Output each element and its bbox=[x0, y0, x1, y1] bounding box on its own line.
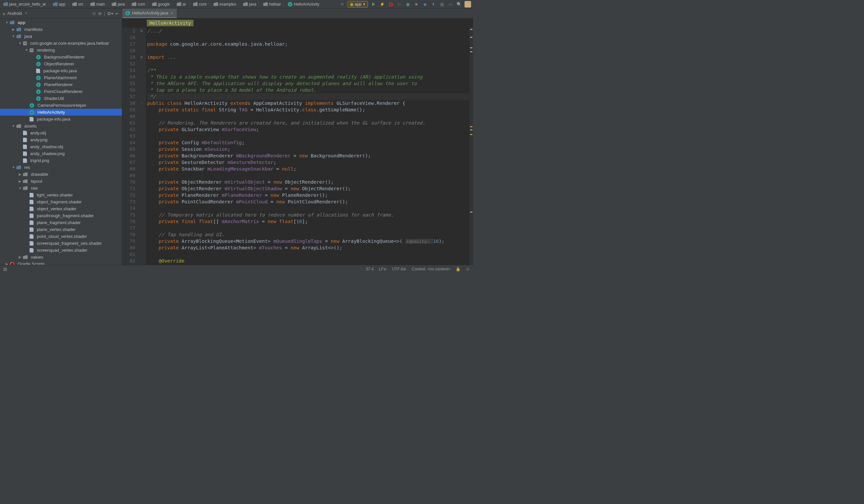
tree-node[interactable]: ▼assets bbox=[0, 122, 122, 130]
toolwindow-icon[interactable]: ▥ bbox=[3, 267, 7, 272]
tree-node[interactable]: cPlaneRenderer bbox=[0, 81, 122, 88]
tree-node[interactable]: package-info.java bbox=[0, 116, 122, 122]
breadcrumb-item[interactable]: cHelloArActivity bbox=[287, 2, 320, 7]
tree-node[interactable]: package-info.java bbox=[0, 67, 122, 74]
tree-node[interactable]: cPlaneAttachment bbox=[0, 74, 122, 81]
expand-arrow[interactable]: ▶ bbox=[12, 27, 15, 31]
expand-arrow[interactable]: ▼ bbox=[25, 48, 28, 52]
tree-node[interactable]: ▶⬢Gradle Scripts bbox=[0, 261, 122, 265]
expand-arrow[interactable]: ▼ bbox=[12, 124, 15, 128]
breadcrumb-item[interactable]: java bbox=[242, 2, 257, 7]
tree-node[interactable]: andy.obj bbox=[0, 130, 122, 136]
tree-node[interactable]: cBackgroundRenderer bbox=[0, 53, 122, 60]
tree-node[interactable]: ▶drawable bbox=[0, 171, 122, 178]
tree-node[interactable]: cCameraPermissionHelper bbox=[0, 102, 122, 109]
tree-node[interactable]: ▶values bbox=[0, 254, 122, 261]
apply-changes-icon[interactable]: ⚡ bbox=[379, 1, 385, 7]
tree-node[interactable]: andy.png bbox=[0, 136, 122, 143]
close-icon[interactable]: ✕ bbox=[170, 11, 173, 15]
android-icon: ⍝ bbox=[3, 11, 5, 16]
breadcrumb-item[interactable]: ar bbox=[176, 2, 188, 7]
lock-icon[interactable]: 🔓 bbox=[456, 267, 460, 272]
tree-node[interactable]: ▶layout bbox=[0, 178, 122, 185]
editor-breadcrumb: HelloArActivity bbox=[122, 19, 473, 27]
error-stripe[interactable] bbox=[469, 27, 473, 265]
search-icon[interactable]: 🔍 bbox=[456, 1, 462, 7]
breadcrumb-item[interactable]: core bbox=[192, 2, 208, 7]
expand-arrow[interactable]: ▶ bbox=[19, 172, 22, 176]
project-panel-header[interactable]: ⍝ Android ▼ ⊙ ⊕ | ✿▾ ⇤ bbox=[0, 9, 122, 19]
tree-node[interactable]: ▼res bbox=[0, 164, 122, 171]
device-icon[interactable]: ▭ bbox=[447, 1, 453, 7]
tree-node[interactable]: passthrough_fragment.shader bbox=[0, 212, 122, 219]
tree-node[interactable]: andy_shadow.png bbox=[0, 150, 122, 157]
avdmgr-icon[interactable]: ◆ bbox=[422, 1, 428, 7]
collapse-icon[interactable]: ⊙ bbox=[92, 11, 96, 16]
tree-node[interactable]: screenquad_vertex.shader bbox=[0, 247, 122, 254]
tree-node[interactable]: ▶manifests bbox=[0, 26, 122, 33]
run-config-selector[interactable]: ▣ app ▼ bbox=[348, 1, 368, 8]
breadcrumb-item[interactable]: main bbox=[89, 2, 106, 7]
tree-node[interactable]: object_fragment.shader bbox=[0, 199, 122, 205]
caret-position[interactable]: 57:4 bbox=[366, 267, 373, 272]
project-tree[interactable]: ▼app▶manifests▼java▼com.google.ar.core.e… bbox=[0, 19, 122, 265]
breadcrumb-item[interactable]: java_arcore_hello_ar bbox=[2, 2, 47, 7]
tree-node[interactable]: ▼rendering bbox=[0, 47, 122, 53]
attach-icon[interactable]: ▣ bbox=[405, 1, 411, 7]
editor-tab[interactable]: c HelloArActivity.java ✕ bbox=[122, 9, 177, 18]
run-button[interactable] bbox=[371, 1, 376, 7]
sdkmgr-icon[interactable]: ⬇ bbox=[430, 1, 436, 7]
file-encoding[interactable]: UTF-8≑ bbox=[392, 267, 406, 272]
file-icon bbox=[29, 214, 34, 218]
code-area[interactable]: 1161718195253545556575859606162636465666… bbox=[122, 27, 473, 265]
stop-icon[interactable]: ■ bbox=[413, 1, 419, 7]
debug-button[interactable]: 🐞 bbox=[388, 1, 394, 7]
tree-node[interactable]: plane_vertex.shader bbox=[0, 226, 122, 233]
editor-nav-item[interactable]: HelloArActivity bbox=[147, 20, 193, 26]
tree-node[interactable]: screenquad_fragment_oes.shader bbox=[0, 240, 122, 247]
tree-node[interactable]: cShaderUtil bbox=[0, 95, 122, 102]
expand-arrow[interactable]: ▼ bbox=[12, 166, 15, 169]
tree-node[interactable]: andy_shadow.obj bbox=[0, 143, 122, 150]
expand-arrow[interactable]: ▼ bbox=[19, 41, 22, 45]
breadcrumb-item[interactable]: helloar bbox=[262, 2, 282, 7]
inspector-icon[interactable]: ☺ bbox=[466, 267, 470, 272]
breadcrumb-item[interactable]: app bbox=[51, 2, 67, 7]
gutter-icons[interactable]: ⊞⊞⬚◑↑ bbox=[137, 27, 146, 265]
hide-icon[interactable]: ⇤ bbox=[115, 11, 119, 16]
breadcrumb-item[interactable]: google bbox=[151, 2, 171, 7]
tree-node[interactable]: trigrid.png bbox=[0, 157, 122, 164]
expand-arrow[interactable]: ▼ bbox=[5, 21, 9, 24]
breadcrumb-item[interactable]: src bbox=[71, 2, 85, 7]
sync-icon[interactable]: ⟲ bbox=[339, 1, 345, 7]
breadcrumb-item[interactable]: com bbox=[130, 2, 146, 7]
line-gutter[interactable]: 1161718195253545556575859606162636465666… bbox=[122, 27, 137, 265]
tree-node[interactable]: object_vertex.shader bbox=[0, 205, 122, 212]
project-view-label: Android bbox=[7, 11, 22, 16]
tree-node[interactable]: ▼raw bbox=[0, 185, 122, 192]
gear-icon[interactable]: ✿▾ bbox=[107, 11, 113, 16]
expand-arrow[interactable]: ▶ bbox=[5, 262, 9, 265]
expand-arrow[interactable]: ▼ bbox=[12, 35, 15, 38]
breadcrumb-item[interactable]: java bbox=[110, 2, 126, 7]
context-label[interactable]: Context: <no context> bbox=[412, 267, 450, 272]
expand-arrow[interactable]: ▶ bbox=[19, 255, 22, 259]
tree-node[interactable]: cObjectRenderer bbox=[0, 60, 122, 67]
layoutinsp-icon[interactable]: ▥ bbox=[439, 1, 445, 7]
line-ending[interactable]: LF≑ bbox=[379, 267, 387, 272]
tree-node[interactable]: cHelloArActivity bbox=[0, 109, 122, 116]
tree-node[interactable]: point_cloud_vertex.shader bbox=[0, 233, 122, 240]
source-text[interactable]: /.../package com.google.ar.core.examples… bbox=[146, 27, 469, 265]
expand-arrow[interactable]: ▼ bbox=[19, 186, 22, 190]
tree-node[interactable]: ▼java bbox=[0, 33, 122, 40]
tree-node[interactable]: ▼com.google.ar.core.examples.java.helloa… bbox=[0, 40, 122, 47]
target-icon[interactable]: ⊕ bbox=[98, 11, 102, 16]
breadcrumb-item[interactable]: examples bbox=[212, 2, 238, 7]
expand-arrow[interactable]: ▶ bbox=[19, 179, 22, 183]
tree-node[interactable]: ▼app bbox=[0, 19, 122, 26]
profile-icon[interactable]: ⫶⫶ bbox=[396, 1, 402, 7]
tree-node[interactable]: plane_fragment.shader bbox=[0, 219, 122, 226]
tree-node[interactable]: cPointCloudRenderer bbox=[0, 88, 122, 95]
tree-node[interactable]: light_vertex.shader bbox=[0, 192, 122, 199]
avatar[interactable] bbox=[465, 1, 471, 8]
